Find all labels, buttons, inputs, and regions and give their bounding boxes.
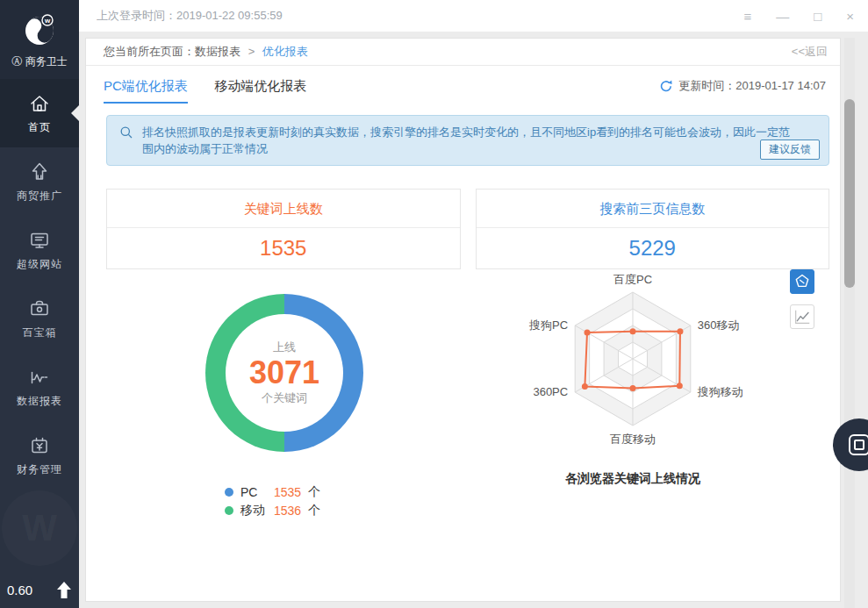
last-login-text: 上次登录时间：2019-01-22 09:55:59 — [97, 8, 283, 24]
content-card: 您当前所在页面：数据报表 > 优化报表 <<返回 PC端优化报表 移动端优化报表… — [85, 38, 841, 602]
sidebar-item-website[interactable]: 超级网站 — [0, 216, 79, 284]
brand: Ⓐ 商务卫士 — [11, 54, 67, 69]
legend-unit: 个 — [308, 484, 320, 500]
monitor-icon — [28, 229, 51, 252]
notice-text: 排名快照抓取的是报表更新时刻的真实数据，搜索引擎的排名是实时变化的，且不同地区i… — [142, 124, 816, 157]
stat-title: 搜索前三页信息数 — [477, 190, 829, 228]
maximize-icon[interactable]: □ — [814, 10, 821, 23]
sidebar-item-reports[interactable]: 数据报表 — [0, 353, 79, 421]
stat-card-top3-info: 搜索前三页信息数 5229 — [476, 189, 830, 269]
donut-chart: 上线 3071 个关键词 — [205, 294, 363, 452]
scroll-top-arrow-icon[interactable] — [56, 581, 72, 599]
line-chart-icon — [793, 307, 812, 326]
radar-data-point — [677, 383, 683, 389]
update-info: 更新时间：2019-01-17 14:07 — [659, 78, 826, 94]
window-controls: ≡ — □ × — [743, 10, 854, 23]
donut-center-value: 3071 — [249, 355, 319, 390]
radar-axis-label: 360移动 — [698, 318, 740, 332]
titlebar: 上次登录时间：2019-01-22 09:55:59 ≡ — □ × — [79, 0, 868, 32]
radar-chart: 百度PC360移动搜狗移动百度移动360PC搜狗PC — [501, 269, 764, 471]
legend-item-mobile: 移动 1536 个 — [225, 501, 320, 519]
sidebar-item-label: 超级网站 — [17, 257, 62, 272]
magnifier-icon — [119, 125, 133, 139]
svg-text:w: w — [44, 17, 51, 25]
tabs-row: PC端优化报表 移动端优化报表 更新时间：2019-01-17 14:07 — [86, 66, 840, 104]
version-row: 0.60 — [0, 581, 79, 599]
logo-block: w Ⓐ 商务卫士 — [0, 0, 79, 79]
legend-name: PC — [240, 485, 267, 499]
sidebar-item-label: 财务管理 — [17, 462, 62, 477]
sidebar-item-promotion[interactable]: 商贸推广 — [0, 147, 79, 216]
active-notch — [71, 105, 79, 121]
donut-legend: PC 1535 个 移动 1536 个 — [225, 483, 320, 519]
radar-axis-label: 搜狗PC — [528, 318, 568, 332]
app-window: w Ⓐ 商务卫士 首页 商贸推广 — [0, 0, 868, 608]
breadcrumb-current: 优化报表 — [262, 45, 308, 58]
sidebar-item-label: 数据报表 — [17, 394, 62, 409]
legend-dot — [225, 488, 233, 497]
radar-data-point — [677, 328, 683, 334]
radar-axis-label: 搜狗移动 — [697, 385, 743, 398]
legend-count: 1535 — [274, 485, 301, 499]
radar-axis-label: 百度移动 — [610, 433, 656, 446]
sidebar-item-finance[interactable]: 财务管理 — [0, 421, 79, 490]
breadcrumb-label: 您当前所在页面：数据报表 — [104, 45, 240, 58]
tab-pc-report[interactable]: PC端优化报表 — [104, 78, 188, 104]
legend-dot — [225, 506, 233, 515]
house-icon — [28, 92, 51, 115]
pentagon-icon — [793, 272, 812, 291]
tab-mobile-report[interactable]: 移动端优化报表 — [214, 78, 306, 102]
notice-banner: 排名快照抓取的是报表更新时刻的真实数据，搜索引擎的排名是实时变化的，且不同地区i… — [106, 115, 829, 166]
watermark-logo: W — [2, 490, 77, 566]
legend-unit: 个 — [308, 503, 320, 519]
stat-card-keywords-online: 关键词上线数 1535 — [106, 189, 461, 269]
sidebar-item-home[interactable]: 首页 — [0, 79, 79, 147]
minimize-icon[interactable]: — — [776, 10, 789, 23]
update-time-text: 更新时间：2019-01-17 14:07 — [678, 78, 826, 94]
stat-value: 1535 — [107, 228, 460, 268]
version-label: 0.60 — [7, 583, 32, 597]
sidebar-item-label: 商贸推广 — [17, 189, 62, 204]
sidebar: w Ⓐ 商务卫士 首页 商贸推广 — [0, 0, 79, 608]
sidebar-item-label: 百宝箱 — [23, 325, 57, 340]
box-icon — [28, 297, 51, 320]
yinyang-logo-icon: w — [19, 11, 60, 51]
legend-name: 移动 — [240, 503, 267, 519]
scrollbar-thumb[interactable] — [844, 99, 855, 288]
radar-data-point — [630, 328, 636, 334]
menu-icon[interactable]: ≡ — [743, 10, 751, 23]
radar-data-point — [630, 385, 636, 391]
breadcrumb: 您当前所在页面：数据报表 > 优化报表 <<返回 — [86, 39, 840, 66]
sidebar-item-toolbox[interactable]: 百宝箱 — [0, 284, 79, 353]
line-chart-toggle-button[interactable] — [790, 304, 814, 329]
qr-icon — [848, 433, 868, 456]
donut-center-top: 上线 — [273, 340, 296, 355]
charts-area: 上线 3071 个关键词 PC 1535 个 移动 1536 个 — [86, 269, 840, 578]
legend-item-pc: PC 1535 个 — [225, 483, 320, 501]
up-arrow-icon — [28, 161, 51, 183]
radar-data-point — [582, 383, 588, 390]
pulse-chart-icon — [28, 366, 51, 389]
donut-center-bottom: 个关键词 — [262, 390, 307, 406]
back-link[interactable]: <<返回 — [792, 39, 828, 65]
stat-title: 关键词上线数 — [107, 190, 460, 228]
calculator-icon — [28, 434, 51, 457]
donut-center: 上线 3071 个关键词 — [226, 314, 343, 432]
radar-axis-label: 360PC — [533, 385, 568, 398]
legend-count: 1536 — [274, 504, 301, 518]
stat-value: 5229 — [477, 228, 829, 268]
breadcrumb-separator: > — [248, 45, 255, 58]
close-icon[interactable]: × — [846, 10, 854, 23]
radar-toggle-button[interactable] — [790, 269, 814, 294]
refresh-icon[interactable] — [659, 79, 673, 93]
sidebar-item-label: 首页 — [28, 120, 51, 135]
sidebar-nav: 首页 商贸推广 超级网站 百宝箱 — [0, 79, 79, 490]
stat-row: 关键词上线数 1535 搜索前三页信息数 5229 — [106, 189, 829, 269]
radar-data-point — [585, 329, 591, 335]
radar-axis-label: 百度PC — [613, 273, 652, 286]
radar-chart-title: 各浏览器关键词上线情况 — [501, 471, 764, 487]
feedback-button[interactable]: 建议反馈 — [760, 139, 820, 160]
